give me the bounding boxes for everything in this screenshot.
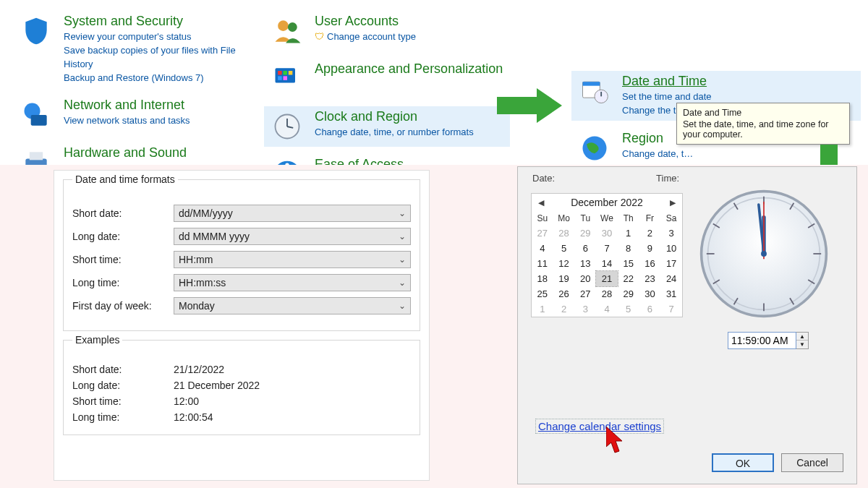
- calendar-day[interactable]: 5: [618, 301, 639, 317]
- tooltip-title: Date and Time: [683, 108, 843, 118]
- example-label: Short date:: [72, 364, 174, 375]
- calendar-day[interactable]: 23: [639, 271, 661, 286]
- category-link[interactable]: View network status and tasks: [64, 114, 190, 128]
- category-link[interactable]: Change date, time, or number formats: [315, 126, 474, 140]
- calendar-day[interactable]: 27: [574, 286, 596, 301]
- calendar-day[interactable]: 4: [532, 241, 553, 256]
- arrow-right-1: [497, 88, 562, 123]
- change-calendar-settings-link[interactable]: Change calendar settings: [535, 419, 664, 434]
- svg-rect-9: [289, 71, 293, 75]
- calendar-day[interactable]: 20: [574, 271, 596, 286]
- category-heading[interactable]: Network and Internet: [64, 98, 190, 113]
- calendar-day[interactable]: 17: [660, 256, 682, 271]
- category-heading[interactable]: Clock and Region: [315, 109, 474, 124]
- category-clock-and-region[interactable]: Clock and RegionChange date, time, or nu…: [264, 106, 510, 147]
- monitor-paint-icon: [270, 61, 305, 96]
- category-system-and-security[interactable]: System and SecurityReview your computer'…: [13, 11, 252, 87]
- category-link[interactable]: 🛡Change account type: [315, 30, 416, 44]
- cancel-button[interactable]: Cancel: [781, 453, 843, 472]
- calendar-day[interactable]: 13: [574, 256, 596, 271]
- time-spinner[interactable]: ▲ ▼: [728, 332, 809, 349]
- calendar-day[interactable]: 31: [660, 286, 682, 301]
- svg-marker-40: [606, 427, 622, 453]
- format-label: Long time:: [72, 277, 174, 288]
- calendar-day[interactable]: 24: [660, 271, 682, 286]
- category-heading[interactable]: System and Security: [64, 14, 246, 29]
- format-combobox[interactable]: Monday: [174, 297, 411, 314]
- format-combobox[interactable]: HH:mm: [174, 251, 411, 268]
- region-formats-dialog: Date and time formats Short date:dd/MM/y…: [54, 170, 430, 481]
- calendar-day[interactable]: 4: [596, 301, 618, 317]
- category-heading[interactable]: Date and Time: [622, 74, 714, 89]
- calendar-day[interactable]: 5: [553, 241, 575, 256]
- calendar-day[interactable]: 27: [532, 226, 553, 241]
- format-combobox[interactable]: dd/MM/yyyy: [174, 205, 411, 222]
- category-link[interactable]: Change date, t…: [622, 147, 693, 161]
- calendar-day[interactable]: 16: [639, 256, 661, 271]
- calendar-day[interactable]: 6: [574, 241, 596, 256]
- category-link[interactable]: Save backup copies of your files with Fi…: [64, 44, 246, 72]
- spin-up-icon[interactable]: ▲: [796, 333, 808, 341]
- label-date: Date:: [532, 173, 555, 184]
- calendar-day[interactable]: 2: [639, 226, 661, 241]
- svg-point-39: [761, 251, 767, 257]
- clock-globe-icon: [270, 109, 305, 144]
- calendar[interactable]: ◀ December 2022 ▶ SuMoTuWeThFrSa27282930…: [531, 193, 683, 317]
- region-globe-icon: [577, 131, 612, 166]
- category-heading[interactable]: User Accounts: [315, 14, 416, 29]
- svg-rect-1: [31, 115, 47, 126]
- category-network-and-internet[interactable]: Network and InternetView network status …: [13, 95, 252, 135]
- calendar-prev-icon[interactable]: ◀: [536, 198, 546, 207]
- ok-button[interactable]: OK: [712, 453, 774, 472]
- calendar-day[interactable]: 19: [553, 271, 575, 286]
- calendar-day[interactable]: 11: [532, 256, 553, 271]
- category-user-accounts[interactable]: User Accounts🛡Change account type: [264, 11, 510, 51]
- category-link[interactable]: Review your computer's status: [64, 30, 246, 44]
- calendar-day[interactable]: 10: [660, 241, 682, 256]
- calendar-day[interactable]: 7: [660, 301, 682, 317]
- calendar-day[interactable]: 30: [596, 226, 618, 241]
- example-value: 12:00: [174, 395, 199, 407]
- calendar-day[interactable]: 3: [574, 301, 596, 317]
- calendar-day[interactable]: 1: [618, 226, 639, 241]
- calendar-day[interactable]: 28: [596, 286, 618, 301]
- calendar-day[interactable]: 29: [618, 286, 639, 301]
- svg-rect-7: [278, 71, 282, 75]
- example-value: 21 December 2022: [174, 380, 260, 391]
- category-appearance-and-personalization[interactable]: Appearance and Personalization: [264, 59, 510, 99]
- category-link[interactable]: Backup and Restore (Windows 7): [64, 72, 246, 85]
- calendar-day[interactable]: 22: [618, 271, 639, 286]
- globe-monitor-icon: [19, 98, 54, 132]
- calendar-day[interactable]: 30: [639, 286, 661, 301]
- category-heading[interactable]: Appearance and Personalization: [315, 61, 503, 77]
- svg-point-5: [288, 22, 297, 32]
- format-combobox[interactable]: dd MMMM yyyy: [174, 228, 411, 245]
- calendar-day[interactable]: 15: [618, 256, 639, 271]
- category-heading[interactable]: Hardware and Sound: [64, 145, 187, 160]
- svg-marker-22: [497, 88, 562, 123]
- calendar-day[interactable]: 2: [553, 301, 575, 317]
- calendar-day[interactable]: 1: [532, 301, 553, 317]
- calendar-day[interactable]: 25: [532, 286, 553, 301]
- calendar-day[interactable]: 18: [532, 271, 553, 286]
- example-value: 21/12/2022: [174, 364, 224, 375]
- calendar-day[interactable]: 8: [618, 241, 639, 256]
- calendar-day[interactable]: 28: [553, 226, 575, 241]
- tooltip-body: Set the date, time, and time zone for yo…: [683, 119, 829, 140]
- spin-down-icon[interactable]: ▼: [796, 341, 808, 348]
- format-combobox[interactable]: HH:mm:ss: [174, 274, 411, 291]
- calendar-day[interactable]: 3: [660, 226, 682, 241]
- calendar-next-icon[interactable]: ▶: [668, 198, 678, 207]
- svg-rect-3: [30, 153, 43, 160]
- calendar-day[interactable]: 21: [596, 271, 618, 286]
- calendar-day[interactable]: 7: [596, 241, 618, 256]
- calendar-day[interactable]: 26: [553, 286, 575, 301]
- time-input[interactable]: [728, 332, 796, 349]
- svg-rect-10: [278, 76, 282, 80]
- calendar-day[interactable]: 12: [553, 256, 575, 271]
- calendar-day[interactable]: 6: [639, 301, 661, 317]
- example-label: Long date:: [72, 380, 174, 391]
- calendar-day[interactable]: 9: [639, 241, 661, 256]
- calendar-day[interactable]: 29: [574, 226, 596, 241]
- calendar-day[interactable]: 14: [596, 256, 618, 271]
